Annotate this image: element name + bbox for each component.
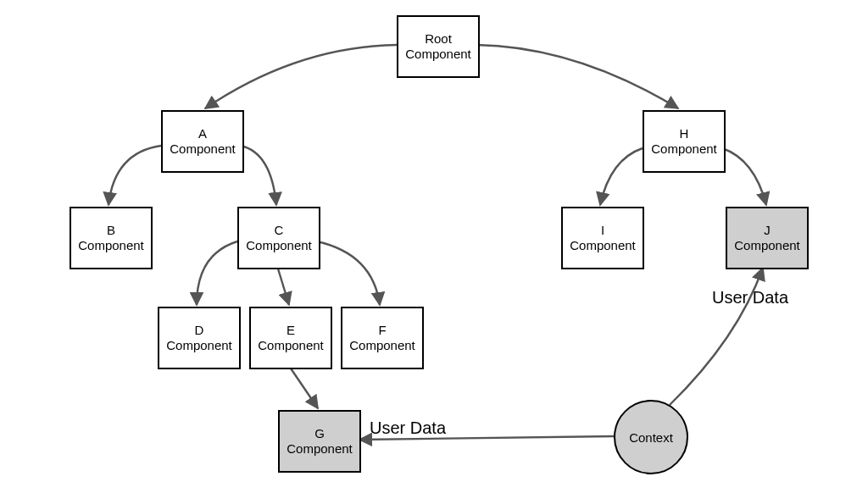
edge-h-j — [722, 148, 766, 205]
node-i: I Component — [561, 207, 644, 269]
node-e-line2: Component — [258, 338, 324, 353]
node-f-line1: F — [378, 323, 386, 338]
node-g: G Component — [278, 410, 361, 473]
node-h: H Component — [643, 110, 726, 173]
edge-e-g — [289, 366, 318, 408]
node-root-line1: Root — [425, 31, 452, 47]
node-root-line2: Component — [405, 47, 471, 62]
node-context-label: Context — [629, 430, 673, 445]
node-e: E Component — [249, 307, 332, 369]
edge-root-h — [476, 45, 678, 108]
node-g-line2: Component — [287, 441, 353, 457]
node-c: C Component — [237, 207, 320, 269]
node-d-line1: D — [195, 323, 204, 338]
node-f: F Component — [341, 307, 424, 369]
edge-root-a — [205, 45, 397, 108]
node-i-line2: Component — [570, 238, 636, 253]
node-j: J Component — [726, 207, 809, 269]
edge-a-b — [108, 146, 161, 205]
edge-c-d — [197, 241, 237, 305]
node-h-line2: Component — [651, 141, 717, 157]
node-context: Context — [614, 400, 688, 474]
edge-c-e — [277, 266, 289, 305]
node-c-line1: C — [275, 223, 284, 238]
node-j-line1: J — [764, 223, 771, 238]
node-b-line2: Component — [78, 238, 144, 253]
node-g-line1: G — [314, 426, 325, 441]
node-d-line2: Component — [166, 338, 232, 353]
node-c-line2: Component — [246, 238, 312, 253]
diagram-canvas: Root Component A Component H Component B… — [0, 0, 868, 493]
label-user-data-left: User Data — [370, 418, 446, 438]
label-user-data-right: User Data — [712, 288, 788, 307]
node-j-line2: Component — [734, 238, 800, 253]
edge-a-c — [241, 146, 276, 205]
edge-h-i — [600, 148, 643, 205]
node-a: A Component — [161, 110, 244, 173]
node-b-line1: B — [107, 223, 115, 238]
node-d: D Component — [158, 307, 241, 369]
node-h-line1: H — [680, 126, 689, 141]
node-a-line2: Component — [170, 141, 236, 157]
node-f-line2: Component — [349, 338, 415, 353]
node-b: B Component — [70, 207, 153, 269]
node-a-line1: A — [198, 126, 207, 141]
node-root: Root Component — [397, 15, 480, 78]
edge-c-f — [317, 241, 380, 305]
node-i-line1: I — [601, 223, 604, 238]
node-e-line1: E — [287, 323, 295, 338]
